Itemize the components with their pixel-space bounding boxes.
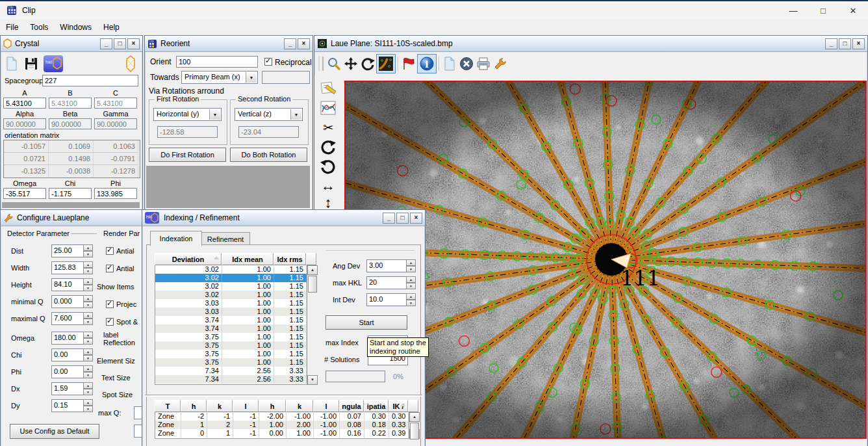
import-button[interactable]	[441, 55, 458, 72]
int-dev-spinner[interactable]: 10.0▲▼	[366, 293, 416, 306]
settings-wrench-button[interactable]	[492, 55, 509, 72]
column-header[interactable]: IK /	[389, 400, 408, 412]
table-row[interactable]: 3.741.001.15	[155, 316, 307, 324]
antialias2-checkbox[interactable]	[106, 265, 114, 272]
gamma-input[interactable]: 90.00000	[94, 118, 137, 129]
save-icon[interactable]	[24, 57, 38, 71]
reciprocal-checkbox[interactable]	[264, 58, 272, 66]
measure-tool-button[interactable]	[320, 80, 337, 97]
param-spinner[interactable]: 1.59▲▼	[51, 382, 93, 395]
rotate-ccw-button[interactable]	[320, 158, 337, 175]
crystal-icon[interactable]	[125, 55, 136, 72]
column-header[interactable]: h	[181, 400, 207, 412]
table-row[interactable]: Zone12-11.002.00-1.000.080.180.33	[155, 421, 409, 429]
column-header[interactable]: k	[207, 400, 233, 412]
info-button[interactable]: i	[417, 54, 437, 73]
hkl-icon[interactable]: hkl	[44, 55, 63, 72]
column-header[interactable]: Idx rms	[274, 253, 306, 265]
param-spinner[interactable]: 7.600▲▼	[51, 312, 93, 325]
spacegroup-input[interactable]: 227	[42, 75, 138, 86]
crystal-maximize-button[interactable]: □	[114, 38, 126, 49]
tab-indexation[interactable]: Indexation	[150, 231, 202, 246]
column-header[interactable]: h	[259, 400, 286, 412]
projection-checkbox[interactable]	[106, 300, 114, 308]
image-toggle-button[interactable]	[376, 54, 396, 73]
toolbar-grip[interactable]	[318, 57, 324, 71]
table-row[interactable]: 3.031.001.15	[155, 308, 307, 316]
minimize-button[interactable]: —	[778, 1, 808, 20]
vertical-scrollbar[interactable]: ▲▼	[307, 265, 318, 385]
plot-tool-button[interactable]	[320, 99, 337, 116]
column-header[interactable]: Deviation	[155, 253, 222, 265]
crystal-close-button[interactable]: ×	[127, 38, 140, 49]
table-row[interactable]: 3.021.001.15	[155, 274, 307, 282]
cell-b-input[interactable]: 5.43100	[49, 98, 92, 109]
table-row[interactable]: 3.751.001.15	[155, 358, 307, 367]
cell-a-input[interactable]: 5.43100	[3, 98, 46, 109]
param-spinner[interactable]: 0.000▲▼	[51, 295, 93, 308]
beta-input[interactable]: 90.00000	[49, 118, 92, 129]
close-plane-button[interactable]	[458, 55, 475, 72]
table-row[interactable]: 3.751.001.15	[155, 350, 307, 358]
column-header[interactable]: ipatia	[364, 400, 389, 412]
table-row[interactable]: Zone01-10.001.00-1.000.160.220.39	[155, 429, 409, 438]
first-rotation-axis-select[interactable]: Horizontal (y)▼	[153, 108, 222, 121]
column-header[interactable]: l	[233, 400, 259, 412]
laue-close-button[interactable]: ×	[852, 38, 865, 49]
rotate-tool-button[interactable]	[359, 55, 376, 72]
table-row[interactable]: 3.031.001.15	[155, 299, 307, 308]
table-row[interactable]: 3.741.001.15	[155, 324, 307, 333]
reorient-close-button[interactable]: ×	[298, 38, 310, 49]
alpha-input[interactable]: 90.00000	[3, 118, 46, 129]
menu-windows[interactable]: Windows	[54, 21, 97, 34]
reorient-titlebar[interactable]: Clip Reorient _ ×	[145, 36, 313, 52]
param-spinner[interactable]: 0.00▲▼	[51, 348, 93, 361]
laue-maximize-button[interactable]: □	[839, 38, 851, 49]
menu-tools[interactable]: Tools	[24, 21, 54, 34]
table-row[interactable]: Zone-2-1-1-2.00-1.00-1.000.070.300.30	[155, 412, 409, 421]
max-hkl-spinner[interactable]: 20▲▼	[366, 276, 416, 289]
param-spinner[interactable]: 125.83▲▼	[51, 261, 93, 274]
close-button[interactable]: ✕	[838, 1, 868, 20]
laue-titlebar[interactable]: Laue Plane: SI111-10S-scaled.bmp _ □ ×	[314, 36, 867, 52]
solutions-table[interactable]: DeviationIdx meanIdx rms3.021.001.153.02…	[155, 253, 318, 385]
configure-titlebar[interactable]: Configure Laueplane	[1, 210, 153, 226]
second-rotation-axis-select[interactable]: Vertical (z)▼	[235, 108, 303, 121]
zoom-tool-button[interactable]	[326, 55, 342, 72]
flag-button[interactable]	[400, 55, 417, 72]
table-row[interactable]: 3.021.001.15	[155, 291, 307, 299]
indexing-maximize-button[interactable]: □	[396, 213, 409, 224]
param-spinner[interactable]: 84.10▲▼	[51, 278, 93, 291]
indexing-minimize-button[interactable]: _	[383, 213, 395, 224]
menu-file[interactable]: File	[0, 21, 24, 34]
column-header[interactable]: Idx mean	[222, 253, 274, 265]
laue-minimize-button[interactable]: _	[825, 38, 837, 49]
do-both-rotation-button[interactable]: Do Both Rotation	[230, 148, 307, 162]
phi-input[interactable]: 133.985	[94, 188, 137, 199]
chi-input[interactable]: -1.175	[49, 188, 92, 199]
spot-checkbox[interactable]	[106, 318, 114, 326]
column-header[interactable]: l	[313, 400, 339, 412]
cell-c-input[interactable]: 5.43100	[94, 98, 137, 109]
indexing-titlebar[interactable]: hkl Indexing / Refinement _ □ ×	[142, 210, 425, 226]
tab-refinement[interactable]: Refinement	[201, 232, 250, 246]
menu-help[interactable]: Help	[97, 21, 125, 34]
param-spinner[interactable]: 180.00▲▼	[51, 332, 93, 345]
reorient-minimize-button[interactable]: _	[284, 38, 296, 49]
indexing-close-button[interactable]: ×	[410, 213, 422, 224]
antialias-checkbox[interactable]	[106, 247, 114, 255]
param-spinner[interactable]: 0.00▲▼	[51, 365, 93, 378]
vertical-scrollbar[interactable]: ▲▼	[409, 412, 420, 439]
table-row[interactable]: 3.751.001.15	[155, 341, 307, 350]
crystal-minimize-button[interactable]: _	[100, 38, 112, 49]
print-button[interactable]	[475, 55, 492, 72]
zone-table[interactable]: ThklhklngulaipatiaIK /Zone-2-1-1-2.00-1.…	[155, 400, 420, 439]
param-spinner[interactable]: 25.00▲▼	[51, 244, 93, 257]
column-header[interactable]: ngula	[339, 400, 364, 412]
omega-input[interactable]: -35.517	[3, 188, 46, 199]
table-row[interactable]: 7.342.563.33	[155, 367, 307, 375]
ang-dev-spinner[interactable]: 3.00▲▼	[366, 259, 416, 272]
column-header[interactable]: T	[155, 400, 181, 412]
do-first-rotation-button[interactable]: Do First Rotation	[149, 148, 226, 162]
maximize-button[interactable]: □	[808, 1, 838, 20]
